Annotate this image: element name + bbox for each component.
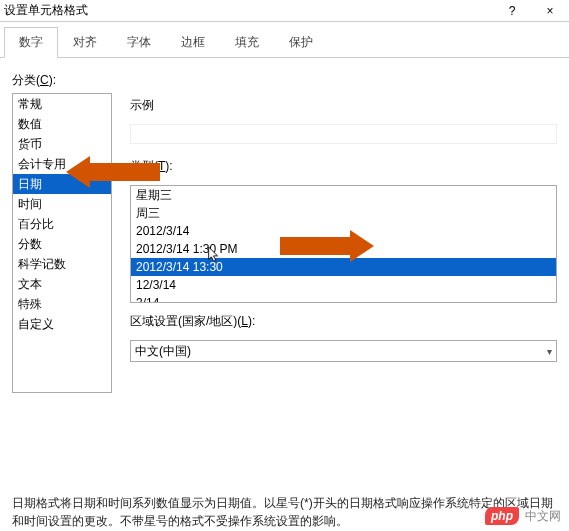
category-label: 分类(C):: [12, 72, 557, 89]
type-list[interactable]: 星期三 周三 2012/3/14 2012/3/14 1:30 PM 2012/…: [130, 185, 557, 303]
columns: 常规 数值 货币 会计专用 日期 时间 百分比 分数 科学记数 文本 特殊 自定…: [12, 93, 557, 393]
tab-number[interactable]: 数字: [4, 27, 58, 58]
tab-font[interactable]: 字体: [112, 27, 166, 58]
category-item-fraction[interactable]: 分数: [13, 234, 111, 254]
watermark: php 中文网: [485, 507, 561, 525]
type-item[interactable]: 周三: [131, 204, 556, 222]
category-item-custom[interactable]: 自定义: [13, 314, 111, 334]
category-item-number[interactable]: 数值: [13, 114, 111, 134]
window-title: 设置单元格格式: [4, 2, 88, 19]
category-item-special[interactable]: 特殊: [13, 294, 111, 314]
content-area: 分类(C): 常规 数值 货币 会计专用 日期 时间 百分比 分数 科学记数 文…: [0, 58, 569, 531]
help-button[interactable]: ?: [497, 4, 527, 18]
right-column: 示例 类型(T): 星期三 周三 2012/3/14 2012/3/14 1:3…: [130, 93, 557, 362]
type-item-selected[interactable]: 2012/3/14 13:30: [131, 258, 556, 276]
php-badge: php: [485, 507, 519, 525]
tab-alignment[interactable]: 对齐: [58, 27, 112, 58]
type-item[interactable]: 2012/3/14: [131, 222, 556, 240]
close-button[interactable]: ×: [535, 4, 565, 18]
hint-text: 日期格式将日期和时间系列数值显示为日期值。以星号(*)开头的日期格式响应操作系统…: [12, 486, 557, 530]
category-item-general[interactable]: 常规: [13, 94, 111, 114]
tab-protection[interactable]: 保护: [274, 27, 328, 58]
example-box: [130, 124, 557, 144]
type-item[interactable]: 12/3/14: [131, 276, 556, 294]
category-item-time[interactable]: 时间: [13, 194, 111, 214]
title-bar: 设置单元格格式 ? ×: [0, 0, 569, 22]
category-list[interactable]: 常规 数值 货币 会计专用 日期 时间 百分比 分数 科学记数 文本 特殊 自定…: [12, 93, 112, 393]
category-item-currency[interactable]: 货币: [13, 134, 111, 154]
watermark-text: 中文网: [525, 508, 561, 525]
titlebar-buttons: ? ×: [497, 4, 565, 18]
category-item-scientific[interactable]: 科学记数: [13, 254, 111, 274]
locale-value: 中文(中国): [135, 343, 191, 360]
tab-fill[interactable]: 填充: [220, 27, 274, 58]
tab-strip: 数字 对齐 字体 边框 填充 保护: [0, 22, 569, 58]
locale-label: 区域设置(国家/地区)(L):: [130, 313, 557, 330]
category-item-accounting[interactable]: 会计专用: [13, 154, 111, 174]
category-item-date[interactable]: 日期: [13, 174, 111, 194]
chevron-down-icon: ▾: [547, 346, 552, 357]
type-item[interactable]: 3/14: [131, 294, 556, 303]
category-item-text[interactable]: 文本: [13, 274, 111, 294]
type-label: 类型(T):: [130, 158, 557, 175]
tab-border[interactable]: 边框: [166, 27, 220, 58]
type-item[interactable]: 星期三: [131, 186, 556, 204]
example-label: 示例: [130, 97, 557, 114]
category-item-percentage[interactable]: 百分比: [13, 214, 111, 234]
type-item[interactable]: 2012/3/14 1:30 PM: [131, 240, 556, 258]
locale-select[interactable]: 中文(中国) ▾: [130, 340, 557, 362]
